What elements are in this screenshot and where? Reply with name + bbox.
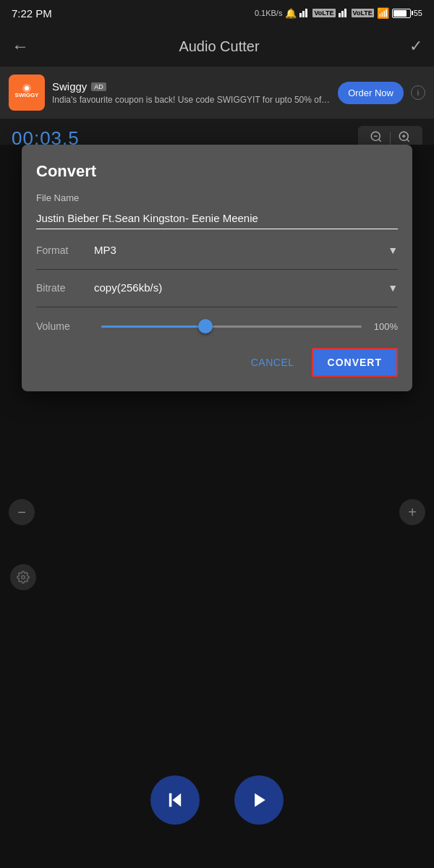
svg-rect-19 bbox=[169, 793, 172, 807]
volte-icon-2: VoLTE bbox=[352, 9, 374, 17]
volume-row: Volume 100% bbox=[36, 319, 398, 333]
network-speed: 0.1KB/s bbox=[255, 9, 283, 17]
bitrate-select[interactable]: copy(256kb/s) ▼ bbox=[94, 281, 398, 294]
svg-rect-1 bbox=[302, 11, 305, 17]
wifi-icon: 📶 bbox=[377, 7, 389, 19]
bitrate-row: Bitrate copy(256kb/s) ▼ bbox=[36, 281, 398, 294]
left-side-control: − bbox=[9, 499, 35, 525]
volume-label: Volume bbox=[36, 320, 94, 332]
status-icons: 0.1KB/s 🔔 VoLTE VoLTE 📶 55 bbox=[255, 7, 422, 20]
ad-logo: SWIGGY bbox=[9, 75, 45, 111]
filename-label: File Name bbox=[36, 192, 398, 203]
settings-area bbox=[10, 564, 36, 590]
status-time: 7:22 PM bbox=[12, 7, 52, 20]
app-bar: ← Audio Cutter ✓ bbox=[0, 26, 434, 67]
volume-fill bbox=[101, 326, 205, 328]
battery-icon bbox=[392, 9, 411, 18]
ad-info-icon[interactable]: i bbox=[411, 85, 425, 100]
play-button[interactable] bbox=[234, 775, 284, 825]
ad-text: India's favourite coupon is back! Use co… bbox=[52, 95, 331, 105]
signal-icon-2 bbox=[339, 7, 349, 20]
svg-point-9 bbox=[25, 86, 29, 90]
app-title: Audio Cutter bbox=[179, 38, 259, 55]
plus-button[interactable]: + bbox=[399, 499, 425, 525]
svg-line-14 bbox=[407, 139, 409, 141]
convert-button[interactable]: CONVERT bbox=[312, 348, 398, 377]
format-select[interactable]: MP3 ▼ bbox=[94, 244, 398, 256]
format-label: Format bbox=[36, 244, 94, 256]
svg-line-11 bbox=[378, 139, 380, 141]
ad-label: AD bbox=[91, 82, 106, 91]
bitrate-chevron-icon: ▼ bbox=[388, 282, 398, 294]
svg-text:SWIGGY: SWIGGY bbox=[15, 92, 40, 98]
skip-back-button[interactable] bbox=[150, 775, 200, 825]
format-chevron-icon: ▼ bbox=[388, 244, 398, 256]
volte-icon: VoLTE bbox=[312, 9, 335, 17]
signal-icon bbox=[299, 7, 310, 19]
bitrate-value: copy(256kb/s) bbox=[94, 281, 162, 294]
ad-banner: SWIGGY Swiggy AD India's favourite coupo… bbox=[0, 67, 434, 119]
ad-cta-button[interactable]: Order Now bbox=[338, 82, 404, 104]
right-side-control: + bbox=[399, 499, 425, 525]
format-row: Format MP3 ▼ bbox=[36, 244, 398, 256]
dialog-actions: CANCEL CONVERT bbox=[36, 348, 398, 377]
bell-icon: 🔔 bbox=[285, 8, 297, 19]
cancel-button[interactable]: CANCEL bbox=[239, 349, 306, 375]
format-value: MP3 bbox=[94, 244, 116, 256]
ad-brand: Swiggy bbox=[52, 80, 87, 93]
svg-rect-5 bbox=[344, 9, 346, 17]
svg-marker-18 bbox=[173, 793, 182, 807]
volume-thumb[interactable] bbox=[198, 319, 213, 333]
settings-button[interactable] bbox=[10, 564, 36, 590]
svg-rect-4 bbox=[341, 11, 344, 17]
svg-rect-2 bbox=[305, 9, 307, 17]
battery-percent: 55 bbox=[414, 9, 422, 17]
dialog-title: Convert bbox=[36, 162, 398, 181]
minus-button[interactable]: − bbox=[9, 499, 35, 525]
svg-rect-3 bbox=[339, 13, 341, 17]
confirm-button[interactable]: ✓ bbox=[409, 37, 422, 56]
playback-controls bbox=[0, 775, 434, 825]
volume-track bbox=[101, 326, 362, 328]
convert-dialog: Convert File Name Format MP3 ▼ Bitrate c… bbox=[22, 145, 412, 391]
bitrate-label: Bitrate bbox=[36, 282, 94, 294]
back-button[interactable]: ← bbox=[12, 36, 29, 56]
filename-input[interactable] bbox=[36, 209, 398, 229]
svg-point-17 bbox=[22, 576, 25, 579]
ad-content: Swiggy AD India's favourite coupon is ba… bbox=[52, 80, 331, 105]
status-bar: 7:22 PM 0.1KB/s 🔔 VoLTE VoLTE 📶 55 bbox=[0, 0, 434, 26]
volume-percent: 100% bbox=[369, 321, 398, 332]
volume-slider[interactable] bbox=[101, 319, 362, 333]
svg-rect-0 bbox=[299, 13, 302, 17]
svg-marker-20 bbox=[255, 793, 265, 807]
